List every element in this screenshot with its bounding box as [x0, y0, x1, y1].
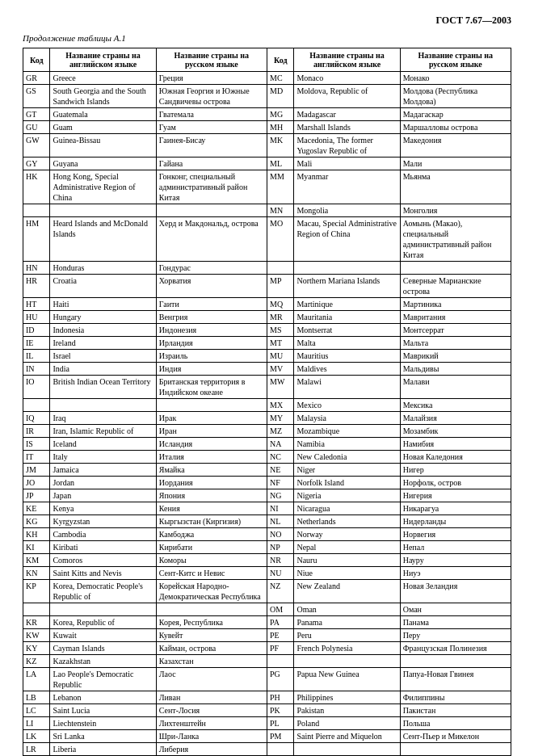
code-cell: IR	[23, 425, 50, 438]
table-row: KRKorea, Republic ofКорея, РеспубликаPAP…	[23, 616, 511, 629]
en-name-cell: Comoros	[50, 554, 156, 567]
en-name-cell: Maldives	[294, 363, 400, 376]
table-row: HRCroatiaХорватияMPNorthern Mariana Isla…	[23, 275, 511, 298]
table-row: KYCayman IslandsКайман, островаPFFrench …	[23, 642, 511, 655]
col-header-code2: Код	[267, 48, 293, 72]
ru-name-cell: Гаинея-Бисау	[156, 134, 267, 158]
en-name-cell: Norfolk Island	[294, 477, 400, 489]
ru-name-cell: Ливан	[156, 691, 267, 704]
code-cell: IL	[23, 350, 50, 363]
en-name-cell: Peru	[294, 629, 400, 642]
code-cell: LB	[23, 691, 50, 704]
ru-name-cell: Казахстан	[156, 655, 267, 668]
ru-name-cell: Япония	[156, 489, 267, 502]
ru-name-cell: Сент-Китс и Невис	[156, 567, 267, 580]
code-cell: MR	[267, 311, 293, 324]
en-name-cell: Iraq	[50, 412, 156, 425]
table-row: GRGreeceГрецияMCMonacoМонако	[23, 72, 511, 85]
col-header-ru1: Название страны на русском языке	[156, 48, 267, 72]
code-cell: IT	[23, 451, 50, 464]
code-cell: LC	[23, 704, 50, 717]
ru-name-cell: Мали	[400, 158, 511, 170]
en-name-cell: Iceland	[50, 438, 156, 451]
en-name-cell: Mongolia	[294, 204, 400, 217]
code-cell: IE	[23, 337, 50, 350]
ru-name-cell: Мальта	[400, 337, 511, 350]
code-cell: MH	[267, 121, 293, 134]
ru-name-cell: Перу	[400, 629, 511, 642]
table-header-row: Код Название страны на английском языке …	[23, 48, 511, 72]
ru-name-cell: Иордания	[156, 477, 267, 489]
ru-name-cell: Новая Каледония	[400, 451, 511, 464]
ru-name-cell: Непал	[400, 541, 511, 554]
code-cell: NU	[267, 567, 293, 580]
code-cell: GR	[23, 72, 50, 85]
en-name-cell: Norway	[294, 528, 400, 541]
en-name-cell: Hungary	[50, 311, 156, 324]
code-cell: KW	[23, 629, 50, 642]
code-cell: NO	[267, 528, 293, 541]
code-cell: MO	[267, 217, 293, 262]
table-row: GUGuamГуамMHMarshall IslandsМаршалловы о…	[23, 121, 511, 134]
col-header-en2: Название страны на английском языке	[294, 48, 400, 72]
en-name-cell: Kuwait	[50, 629, 156, 642]
en-name-cell: Panama	[294, 616, 400, 629]
code-cell: HT	[23, 298, 50, 311]
ru-name-cell: Оман	[400, 603, 511, 616]
en-name-cell: French Polynesia	[294, 642, 400, 655]
ru-name-cell: Мадагаскар	[400, 108, 511, 121]
code-cell: KH	[23, 528, 50, 541]
en-name-cell: Hong Kong, Special Administrative Region…	[50, 170, 156, 204]
ru-name-cell: Италия	[156, 451, 267, 464]
en-name-cell: Malta	[294, 337, 400, 350]
en-name-cell: Kazakhstan	[50, 655, 156, 668]
code-cell: HK	[23, 170, 50, 204]
en-name-cell: Nauru	[294, 554, 400, 567]
ru-name-cell: Либерия	[156, 743, 267, 756]
table-row: LRLiberiaЛиберия	[23, 743, 511, 756]
en-name-cell: Indonesia	[50, 324, 156, 337]
code-cell: PE	[267, 629, 293, 642]
en-name-cell: Moldova, Republic of	[294, 85, 400, 108]
code-cell: ID	[23, 324, 50, 337]
code-cell: KM	[23, 554, 50, 567]
table-row: GSSouth Georgia and the South Sandwich I…	[23, 85, 511, 108]
ru-name-cell: Монтсеррат	[400, 324, 511, 337]
ru-name-cell	[400, 655, 511, 668]
table-row: JOJordanИорданияNFNorfolk IslandНорфолк,…	[23, 477, 511, 489]
en-name-cell: Greece	[50, 72, 156, 85]
en-name-cell: Saint Pierre and Miquelon	[294, 730, 400, 743]
ru-name-cell: Малайзия	[400, 412, 511, 425]
table-row: JPJapanЯпонияNGNigeriaНигерия	[23, 489, 511, 502]
ru-name-cell: Лихтенштейн	[156, 717, 267, 730]
table-row: KZKazakhstanКазахстан	[23, 655, 511, 668]
ru-name-cell: Камбоджа	[156, 528, 267, 541]
en-name-cell: Madagascar	[294, 108, 400, 121]
code-cell: IN	[23, 363, 50, 376]
en-name-cell: Saint Lucia	[50, 704, 156, 717]
table-row: GTGuatemalaГватемалаMGMadagascarМадагаск…	[23, 108, 511, 121]
table-row: HUHungaryВенгрияMRMauritaniaМавритания	[23, 311, 511, 324]
en-name-cell: Malaysia	[294, 412, 400, 425]
code-cell	[267, 655, 293, 668]
en-name-cell: Jamaica	[50, 464, 156, 477]
table-row: LKSri LankaШри-ЛанкаPMSaint Pierre and M…	[23, 730, 511, 743]
ru-name-cell: Шри-Ланка	[156, 730, 267, 743]
table-row: KNSaint Kitts and NevisСент-Китс и Невис…	[23, 567, 511, 580]
ru-name-cell: Коморы	[156, 554, 267, 567]
code-cell: MV	[267, 363, 293, 376]
en-name-cell: Jordan	[50, 477, 156, 489]
code-cell: LI	[23, 717, 50, 730]
en-name-cell: Kiribati	[50, 541, 156, 554]
code-cell: MT	[267, 337, 293, 350]
table-row: KGKyrgyzstanКыргызстан (Киргизия)NLNethe…	[23, 515, 511, 528]
ru-name-cell: Ниуэ	[400, 567, 511, 580]
code-cell: NA	[267, 438, 293, 451]
en-name-cell: Netherlands	[294, 515, 400, 528]
ru-name-cell: Хорватия	[156, 275, 267, 298]
code-cell: LR	[23, 743, 50, 756]
table-row: ISIcelandИсландияNANamibiaНамибия	[23, 438, 511, 451]
code-cell: MZ	[267, 425, 293, 438]
ru-name-cell: Норфолк, остров	[400, 477, 511, 489]
code-cell: PA	[267, 616, 293, 629]
